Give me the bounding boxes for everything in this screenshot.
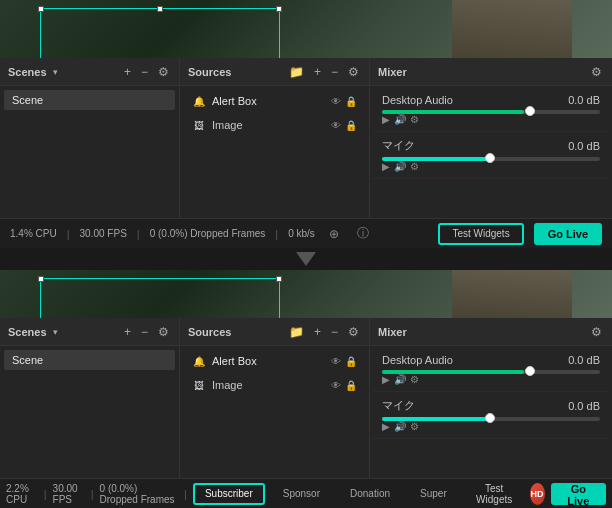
bell-icon-top: 🔔 xyxy=(192,94,206,108)
scenes-arrow-top[interactable]: ▾ xyxy=(53,67,58,77)
sources-add-folder-top[interactable]: 📁 xyxy=(287,63,306,81)
info-icon-top[interactable]: ⓘ xyxy=(353,223,373,244)
resize-handle-tl[interactable] xyxy=(38,6,44,12)
source-img-lock-bottom[interactable]: 🔒 xyxy=(345,380,357,391)
source-image-label-bottom: Image xyxy=(212,379,243,391)
source-alert-actions-top: 👁 🔒 xyxy=(331,96,357,107)
source-lock-top[interactable]: 🔒 xyxy=(345,96,357,107)
mixer-gear-mic-top[interactable]: ⚙ xyxy=(410,161,419,172)
scenes-header-bottom: Scenes ▾ + − ⚙ xyxy=(0,318,179,346)
scenes-gear-top[interactable]: ⚙ xyxy=(156,63,171,81)
source-alert-box-bottom[interactable]: 🔔 Alert Box 👁 🔒 xyxy=(184,350,365,372)
wifi-icon-top[interactable]: ⊕ xyxy=(325,225,343,243)
scenes-remove-top[interactable]: − xyxy=(139,63,150,81)
resize-handle-tm[interactable] xyxy=(157,6,163,12)
mixer-vol-top[interactable]: 🔊 xyxy=(394,114,406,125)
test-widgets-button-top[interactable]: Test Widgets xyxy=(438,223,523,245)
mixer-mic-bottom: マイク 0.0 dB ▶ 🔊 ⚙ xyxy=(372,392,610,439)
tab-donation[interactable]: Donation xyxy=(338,483,402,505)
preview-bg-top xyxy=(0,0,612,58)
mixer-mic-label-row-top: マイク 0.0 dB xyxy=(382,138,600,153)
mixer-desktop-label-top: Desktop Audio xyxy=(382,94,453,106)
sources-gear-bottom[interactable]: ⚙ xyxy=(346,323,361,341)
tab-sponsor[interactable]: Sponsor xyxy=(271,483,332,505)
panel-scenes-top: Scenes ▾ + − ⚙ Scene xyxy=(0,58,180,218)
mixer-mic-fill-top xyxy=(382,157,491,161)
mixer-desktop-db-top: 0.0 dB xyxy=(568,94,600,106)
sources-header-top: Sources 📁 + − ⚙ xyxy=(180,58,369,86)
arrow-separator xyxy=(0,248,612,270)
mixer-desktop-track-bottom[interactable] xyxy=(382,370,600,374)
source-alert-box-top[interactable]: 🔔 Alert Box 👁 🔒 xyxy=(184,90,365,112)
scenes-add-bottom[interactable]: + xyxy=(122,323,133,341)
source-img-lock-top[interactable]: 🔒 xyxy=(345,120,357,131)
mixer-desktop-controls-bottom: ▶ 🔊 ⚙ xyxy=(382,374,600,385)
source-eye-top[interactable]: 👁 xyxy=(331,96,341,107)
tab-subscriber[interactable]: Subscriber xyxy=(193,483,265,505)
mixer-gear-top[interactable]: ⚙ xyxy=(589,63,604,81)
panel-sources-bottom: Sources 📁 + − ⚙ 🔔 Alert Box 👁 🔒 🖼 xyxy=(180,318,370,478)
resize-handle-tr[interactable] xyxy=(276,6,282,12)
preview-canvas-bottom xyxy=(40,278,280,318)
bell-icon-bottom: 🔔 xyxy=(192,354,206,368)
source-image-label-top: Image xyxy=(212,119,243,131)
scenes-content-top: Scene xyxy=(0,86,179,218)
mixer-vol-mic-bottom[interactable]: 🔊 xyxy=(394,421,406,432)
mixer-desktop-slider-bottom xyxy=(382,370,600,374)
image-icon-top: 🖼 xyxy=(192,118,206,132)
mixer-desktop-track-top[interactable] xyxy=(382,110,600,114)
sources-gear-top[interactable]: ⚙ xyxy=(346,63,361,81)
scenes-gear-bottom[interactable]: ⚙ xyxy=(156,323,171,341)
sources-remove-bottom[interactable]: − xyxy=(329,323,340,341)
mixer-mic-db-bottom: 0.0 dB xyxy=(568,400,600,412)
go-live-button-bottom[interactable]: Go Live xyxy=(551,483,606,505)
sources-add-folder-bottom[interactable]: 📁 xyxy=(287,323,306,341)
panel-scenes-bottom: Scenes ▾ + − ⚙ Scene xyxy=(0,318,180,478)
sources-title-top: Sources xyxy=(188,66,231,78)
resize-handle-bot-tr[interactable] xyxy=(276,276,282,282)
source-alert-actions-bottom: 👁 🔒 xyxy=(331,356,357,367)
panel-sources-top: Sources 📁 + − ⚙ 🔔 Alert Box 👁 🔒 🖼 xyxy=(180,58,370,218)
source-image-bottom[interactable]: 🖼 Image 👁 🔒 xyxy=(184,374,365,396)
scenes-add-top[interactable]: + xyxy=(122,63,133,81)
mixer-play-desktop-bottom[interactable]: ▶ xyxy=(382,374,390,385)
source-lock-bottom[interactable]: 🔒 xyxy=(345,356,357,367)
scenes-title-top: Scenes xyxy=(8,66,47,78)
mixer-mic-track-top[interactable] xyxy=(382,157,600,161)
mixer-play-mic-top[interactable]: ▶ xyxy=(382,161,390,172)
mixer-play-mic-bottom[interactable]: ▶ xyxy=(382,421,390,432)
preview-canvas-top xyxy=(40,8,280,58)
go-live-button-top[interactable]: Go Live xyxy=(534,223,602,245)
mixer-header-top: Mixer ⚙ xyxy=(370,58,612,86)
mixer-mic-top: マイク 0.0 dB ▶ 🔊 ⚙ xyxy=(372,132,610,179)
mixer-gear-desktop-top[interactable]: ⚙ xyxy=(410,114,419,125)
source-img-eye-bottom[interactable]: 👁 xyxy=(331,380,341,391)
sources-remove-top[interactable]: − xyxy=(329,63,340,81)
source-eye-bottom[interactable]: 👁 xyxy=(331,356,341,367)
scene-item-bottom[interactable]: Scene xyxy=(4,350,175,370)
mixer-vol-desktop-bottom[interactable]: 🔊 xyxy=(394,374,406,385)
mixer-vol-mic-top[interactable]: 🔊 xyxy=(394,161,406,172)
avatar-bottom[interactable]: HD xyxy=(530,483,545,505)
resize-handle-bot-tl[interactable] xyxy=(38,276,44,282)
scenes-remove-bottom[interactable]: − xyxy=(139,323,150,341)
source-image-top[interactable]: 🖼 Image 👁 🔒 xyxy=(184,114,365,136)
scenes-arrow-bottom[interactable]: ▾ xyxy=(53,327,58,337)
sources-add-bottom[interactable]: + xyxy=(312,323,323,341)
mixer-play-top[interactable]: ▶ xyxy=(382,114,390,125)
mixer-gear-mic-bottom[interactable]: ⚙ xyxy=(410,421,419,432)
mixer-gear-bottom[interactable]: ⚙ xyxy=(589,323,604,341)
sources-add-top[interactable]: + xyxy=(312,63,323,81)
down-arrow-icon xyxy=(296,252,316,266)
mixer-mic-slider-top xyxy=(382,157,600,161)
test-widgets-button-bottom[interactable]: Test Widgets xyxy=(465,483,524,505)
mixer-mic-track-bottom[interactable] xyxy=(382,417,600,421)
mixer-gear-desktop-bottom[interactable]: ⚙ xyxy=(410,374,419,385)
scene-item-top[interactable]: Scene xyxy=(4,90,175,110)
tab-super[interactable]: Super xyxy=(408,483,459,505)
sources-header-bottom: Sources 📁 + − ⚙ xyxy=(180,318,369,346)
mixer-desktop-knob-bottom[interactable] xyxy=(525,366,535,376)
panels-row-top: Scenes ▾ + − ⚙ Scene Sources 📁 + − ⚙ xyxy=(0,58,612,218)
mixer-desktop-knob-top[interactable] xyxy=(525,106,535,116)
source-img-eye-top[interactable]: 👁 xyxy=(331,120,341,131)
